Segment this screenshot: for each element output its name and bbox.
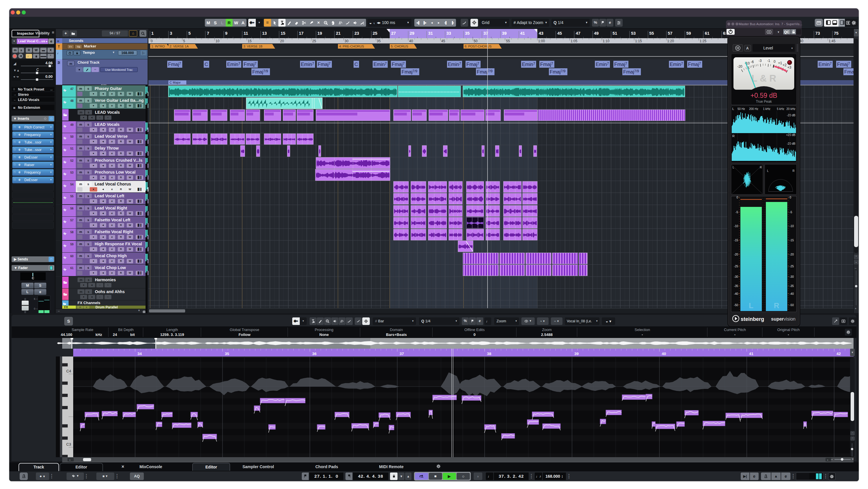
svg-text:35: 35 [377,39,381,43]
svg-text:9: 9 [225,31,227,36]
svg-text:75: 75 [834,31,838,36]
svg-text:57: 57 [668,31,673,36]
svg-text:53: 53 [631,31,636,36]
svg-text:+1: +1 [778,61,782,65]
svg-text:+0.59 dB: +0.59 dB [750,92,777,99]
svg-text:35: 35 [465,31,470,36]
svg-text:L: L [749,301,753,310]
svg-text:40: 40 [409,39,413,43]
svg-text:1:05: 1:05 [570,39,578,43]
svg-text:-10: -10 [734,224,738,228]
svg-text:25: 25 [373,31,377,36]
svg-text:2: VERSE 1A: 2: VERSE 1A [169,44,189,48]
svg-text:19: 19 [317,31,322,36]
svg-text:R: R [774,301,779,310]
svg-text:1: 1 [151,31,154,36]
svg-text:17: 17 [299,31,304,36]
svg-text:-50: -50 [734,304,738,307]
svg-text:0: 0 [774,60,776,64]
svg-text:R: R [760,166,762,169]
svg-text:Level: Level [763,46,773,50]
svg-text:200 Hz: 200 Hz [749,108,758,111]
svg-text:1:20: 1:20 [667,39,674,43]
svg-text:21: 21 [336,31,341,36]
svg-text:-35: -35 [789,284,794,287]
svg-text:38: 38 [487,352,492,356]
svg-text:A: A [746,46,749,50]
svg-text:-25: -25 [789,265,794,268]
svg-text:3: 3 [170,31,172,36]
svg-text:1:45: 1:45 [829,39,836,43]
svg-text:-10: -10 [789,224,794,228]
svg-text:R: R [793,169,795,173]
svg-text:-6: -6 [750,60,754,64]
svg-text:-40: -40 [734,292,738,296]
svg-text:-15: -15 [734,239,738,242]
svg-text:5 kHz: 5 kHz [777,108,784,111]
svg-text:10: 10 [216,39,220,43]
svg-text:73: 73 [815,31,820,36]
svg-text:0: 0 [789,196,791,199]
svg-text:40: 40 [662,352,666,356]
svg-text:3: VERSE 1B: 3: VERSE 1B [243,44,262,48]
svg-text:QC: QC [784,30,789,34]
svg-text:61: 61 [705,31,709,36]
svg-text:20: 20 [280,39,284,43]
svg-text:1:15: 1:15 [635,39,642,43]
svg-text:1:00: 1:00 [538,39,545,43]
svg-text:L & R: L & R [751,73,776,84]
svg-text:42: 42 [836,352,841,356]
svg-text:-20 dB: -20 dB [787,114,796,117]
svg-text:1: INTRO: 1: INTRO [151,44,165,48]
svg-text:supervision: supervision [771,316,795,322]
svg-text:23: 23 [354,31,359,36]
svg-text:11: 11 [244,31,248,36]
svg-text:-20: -20 [789,253,794,256]
svg-text:1 kHz: 1 kHz [763,108,771,111]
svg-text:-40: -40 [789,292,794,296]
svg-text:C: C [205,62,208,67]
svg-text:‹: ‹ [69,458,70,461]
svg-text:20 kHz: 20 kHz [786,108,795,111]
svg-text:27: 27 [391,31,396,36]
svg-text:C4: C4 [66,369,71,373]
svg-text:29: 29 [410,31,414,36]
svg-text:49: 49 [594,31,599,36]
svg-text:5: 5 [188,31,191,36]
svg-text:L: L [733,166,734,169]
svg-text:C Major: C Major [169,81,181,84]
svg-text:25: 25 [312,39,316,43]
svg-text:C3: C3 [66,442,71,447]
svg-text:31: 31 [428,31,433,36]
svg-text:True Peak: True Peak [756,99,772,103]
svg-text:▼: ▼ [777,31,780,34]
svg-text:steinberg: steinberg [741,316,764,322]
svg-text:L: L [732,107,734,111]
svg-text:51: 51 [613,31,617,36]
svg-text:C: C [354,62,358,67]
svg-text:▼: ▼ [791,47,793,50]
svg-text:33: 33 [446,31,451,36]
svg-text:36: 36 [312,352,317,356]
svg-text:15: 15 [248,39,252,43]
svg-text:1:10: 1:10 [603,39,610,43]
svg-text:-50: -50 [789,304,794,307]
svg-text:13: 13 [262,31,267,36]
svg-text:7: 7 [207,31,209,36]
svg-text:35: 35 [225,352,229,356]
svg-text:1:25: 1:25 [700,39,707,43]
svg-text:-3: -3 [758,59,762,63]
svg-text:+3: +3 [787,65,791,69]
svg-text:L: L [767,169,769,173]
svg-text:55: 55 [649,31,654,36]
svg-text:-20: -20 [737,64,742,68]
svg-text:-30: -30 [734,275,738,278]
svg-text:0: 0 [151,39,153,43]
svg-text:-25: -25 [734,265,738,268]
svg-text:+2: +2 [783,63,787,67]
svg-text:-30: -30 [789,275,794,278]
svg-text:55: 55 [506,39,510,43]
svg-text:5: 5 [183,39,185,43]
svg-text:+20 dB: +20 dB [786,133,795,136]
svg-text:30: 30 [345,39,349,43]
